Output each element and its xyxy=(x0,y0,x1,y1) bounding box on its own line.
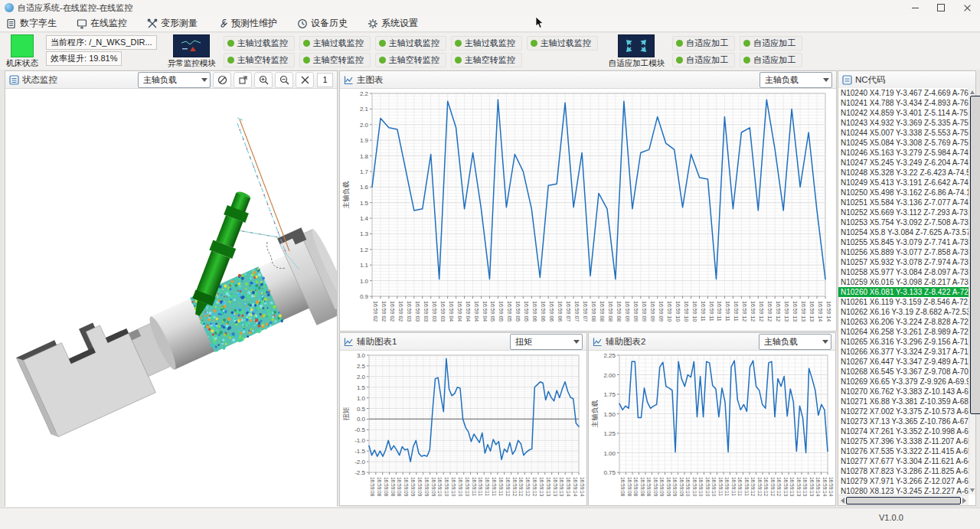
nc-line[interactable]: N10268 X6.545 Y-3.367 Z-9.708 A-70.519 xyxy=(838,367,969,377)
nc-line[interactable]: N10275 X7.396 Y-3.338 Z-11.207 A-65.95 xyxy=(838,436,969,446)
pan-tool-button[interactable] xyxy=(213,72,231,88)
nc-line-active[interactable]: N10260 X6.081 Y-3.133 Z-8.422 A-72.835 xyxy=(838,287,969,297)
spindle-idle-monitor-button[interactable]: 主轴空转监控 xyxy=(224,53,295,67)
anomaly-module[interactable]: 异常监控模块 xyxy=(168,34,216,69)
nc-line[interactable]: N10264 X6.258 Y-3.261 Z-8.989 A-72.072 xyxy=(838,327,969,337)
nc-line[interactable]: N10263 X6.206 Y-3.224 Z-8.828 A-72.33 C xyxy=(838,317,969,327)
fit-view-button[interactable] xyxy=(296,72,314,88)
close-button[interactable] xyxy=(954,0,980,15)
aux-chart1-select[interactable]: 扭矩 xyxy=(510,334,583,350)
adaptive-machining-button[interactable]: 自适应加工 xyxy=(740,36,802,51)
scroll-down-icon xyxy=(970,488,975,492)
menu-item-deform-measure[interactable]: 变形测量 xyxy=(147,17,198,30)
svg-text:16:59:04: 16:59:04 xyxy=(474,301,479,322)
efficiency: 效率提升: 19.81% xyxy=(46,51,122,66)
nc-line[interactable]: N10256 X5.889 Y-3.077 Z-7.858 A-73.348 xyxy=(838,247,969,257)
model-viewport[interactable] xyxy=(5,89,337,507)
menu-item-predictive-maintenance[interactable]: 预测性维护 xyxy=(217,17,277,30)
menu-item-device-history[interactable]: 设备历史 xyxy=(297,17,348,30)
zoom-in-button[interactable] xyxy=(254,72,273,88)
zoom-level-box[interactable]: 1 xyxy=(317,73,333,87)
nc-line[interactable]: N10262 X6.16 Y-3.19 Z-8.682 A-72.534 C xyxy=(838,307,969,317)
nc-line[interactable]: N10261 X6.119 Y-3.159 Z-8.546 A-72.701 xyxy=(838,297,969,307)
nc-line[interactable]: N10277 X7.677 Y-3.304 Z-11.621 A-64.48 xyxy=(838,456,969,466)
nc-line[interactable]: N10251 X5.584 Y-3.136 Z-7.077 A-74.012 xyxy=(838,198,969,207)
nc-line[interactable]: N10246 X5.163 Y-3.279 Z-5.984 A-74.892 xyxy=(838,148,969,158)
nc-line[interactable]: N10250 X5.498 Y-3.162 Z-6.86 A-74.178 C xyxy=(838,188,969,198)
nc-line[interactable]: N10257 X5.932 Y-3.078 Z-7.974 A-73.243 xyxy=(838,257,969,267)
svg-text:16:59:08: 16:59:08 xyxy=(370,477,375,497)
menu-item-system-settings[interactable]: 系统设置 xyxy=(368,17,418,30)
nc-line[interactable]: N10271 X6.88 Y-3.381 Z-10.359 A-68.711 xyxy=(838,397,969,407)
spindle-overload-monitor-button[interactable]: 主轴过载监控 xyxy=(451,36,522,51)
spindle-overload-monitor-button[interactable]: 主轴过载监控 xyxy=(224,36,295,51)
svg-text:16:59:09: 16:59:09 xyxy=(642,301,647,322)
maximize-button[interactable] xyxy=(928,0,954,15)
spindle-overload-monitor-button[interactable]: 主轴过载监控 xyxy=(375,36,446,51)
status-dot-icon xyxy=(743,57,750,64)
spindle-idle-monitor-button[interactable]: 主轴空转监控 xyxy=(451,53,522,67)
zoom-out-button[interactable] xyxy=(275,72,293,88)
nc-line[interactable]: N10252 X5.669 Y-3.112 Z-7.293 A-73.844 xyxy=(838,207,969,217)
chevron-down-icon xyxy=(573,340,580,344)
svg-text:16:59:12: 16:59:12 xyxy=(763,477,769,497)
nc-line[interactable]: N10274 X7.261 Y-3.352 Z-10.998 A-66.67 xyxy=(838,426,969,436)
adaptive-machining-button[interactable]: 自适应加工 xyxy=(740,53,802,67)
menu-item-label: 设备历史 xyxy=(311,17,348,30)
nc-line[interactable]: N10276 X7.535 Y-3.322 Z-11.415 A-65.22 xyxy=(838,446,969,456)
adaptive-machining-button[interactable]: 自适应加工 xyxy=(672,36,735,51)
nc-line[interactable]: N10241 X4.788 Y-3.434 Z-4.893 A-76.062 xyxy=(838,98,969,108)
nc-vertical-scrollbar[interactable] xyxy=(969,88,975,495)
nc-line[interactable]: N10266 X6.377 Y-3.324 Z-9.317 A-71.443 xyxy=(838,347,969,357)
nc-line[interactable]: N10259 X6.016 Y-3.098 Z-8.217 A-73.036 xyxy=(838,277,969,287)
nc-line[interactable]: N10247 X5.245 Y-3.249 Z-6.204 A-74.701 xyxy=(838,158,969,168)
nc-line[interactable]: N10272 X7.002 Y-3.375 Z-10.573 A-68.05 xyxy=(838,407,969,416)
adaptive-machining-button[interactable]: 自适应加工 xyxy=(672,53,735,67)
nc-line[interactable]: N10258 X5.977 Y-3.084 Z-8.097 A-73.138 xyxy=(838,267,969,277)
svg-text:主轴负载: 主轴负载 xyxy=(342,181,350,209)
main-chart-select[interactable]: 主轴负载 xyxy=(760,72,832,88)
nc-horizontal-scrollbar[interactable] xyxy=(838,495,969,505)
minimize-button[interactable] xyxy=(902,0,928,15)
anomaly-module-thumbnail xyxy=(173,34,210,57)
nc-line[interactable]: N10249 X5.413 Y-3.191 Z-6.642 A-74.346 xyxy=(838,178,969,188)
nc-line[interactable]: N10278 X7.823 Y-3.286 Z-11.825 A-63.73 xyxy=(838,466,969,476)
svg-text:3.0: 3.0 xyxy=(357,352,366,359)
svg-text:-1.0: -1.0 xyxy=(354,437,365,444)
nc-line[interactable]: N10267 X6.447 Y-3.347 Z-9.489 A-71.055 xyxy=(838,357,969,367)
nc-line[interactable]: N10242 X4.859 Y-3.401 Z-5.114 A-75.775 xyxy=(838,108,969,118)
nc-line[interactable]: N10273 X7.13 Y-3.365 Z-10.786 A-67.372 xyxy=(838,416,969,426)
nc-line[interactable]: N10254 X5.8 Y-3.084 Z-7.625 A-73.571 C xyxy=(838,227,969,237)
nc-hscroll-thumb[interactable] xyxy=(846,497,961,505)
close-icon xyxy=(964,5,971,11)
svg-text:16:59:11: 16:59:11 xyxy=(718,477,724,496)
nc-line[interactable]: N10279 X7.971 Y-3.266 Z-12.027 A-62.98 xyxy=(838,476,969,486)
svg-text:16:59:12: 16:59:12 xyxy=(776,477,782,497)
spindle-idle-monitor-button[interactable]: 主轴空转监控 xyxy=(375,53,446,67)
nc-line[interactable]: N10240 X4.719 Y-3.467 Z-4.669 A-76.396 xyxy=(838,88,969,98)
svg-text:16:59:12: 16:59:12 xyxy=(532,477,537,497)
spindle-overload-monitor-button[interactable]: 主轴过载监控 xyxy=(299,36,371,51)
nc-line[interactable]: N10280 X8.123 Y-3.245 Z-12.227 A-62.23 xyxy=(838,486,969,495)
nc-line[interactable]: N10243 X4.932 Y-3.369 Z-5.335 A-75.523 xyxy=(838,118,969,128)
menu-item-digital-twin[interactable]: 数字孪生 xyxy=(6,17,57,30)
nc-line[interactable]: N10253 X5.754 Y-3.092 Z-7.508 A-73.677 xyxy=(838,217,969,227)
nc-line[interactable]: N10270 X6.762 Y-3.383 Z-10.143 A-69.34 xyxy=(838,387,969,397)
rotate-view-button[interactable] xyxy=(234,72,252,88)
nc-line[interactable]: N10269 X6.65 Y-3.379 Z-9.926 A-69.947 C xyxy=(838,377,969,387)
adaptive-module[interactable]: 自适应加工模块 xyxy=(609,34,665,69)
nc-line[interactable]: N10248 X5.328 Y-3.22 Z-6.423 A-74.52 C xyxy=(838,168,969,178)
svg-text:16:59:11: 16:59:11 xyxy=(485,477,490,496)
button-label: 自适应加工 xyxy=(753,54,795,66)
aux-chart2-select[interactable]: 主轴负载 xyxy=(759,334,831,350)
nc-line[interactable]: N10245 X5.084 Y-3.308 Z-5.769 A-75.088 xyxy=(838,138,969,148)
nc-line[interactable]: N10255 X5.845 Y-3.079 Z-7.741 A-73.458 xyxy=(838,237,969,247)
nc-line[interactable]: N10244 X5.007 Y-3.338 Z-5.553 A-75.297 xyxy=(838,128,969,138)
spindle-idle-monitor-button[interactable]: 主轴空转监控 xyxy=(299,53,371,67)
status-signal-select[interactable]: 主轴负载 xyxy=(138,72,211,88)
svg-text:16:59:09: 16:59:09 xyxy=(410,477,416,497)
nc-vscroll-thumb[interactable] xyxy=(970,96,980,414)
menu-item-online-monitor[interactable]: 在线监控 xyxy=(77,17,127,30)
spindle-overload-monitor-button[interactable]: 主轴过载监控 xyxy=(527,36,598,51)
nc-line[interactable]: N10265 X6.316 Y-3.296 Z-9.156 A-71.771 xyxy=(838,337,969,347)
